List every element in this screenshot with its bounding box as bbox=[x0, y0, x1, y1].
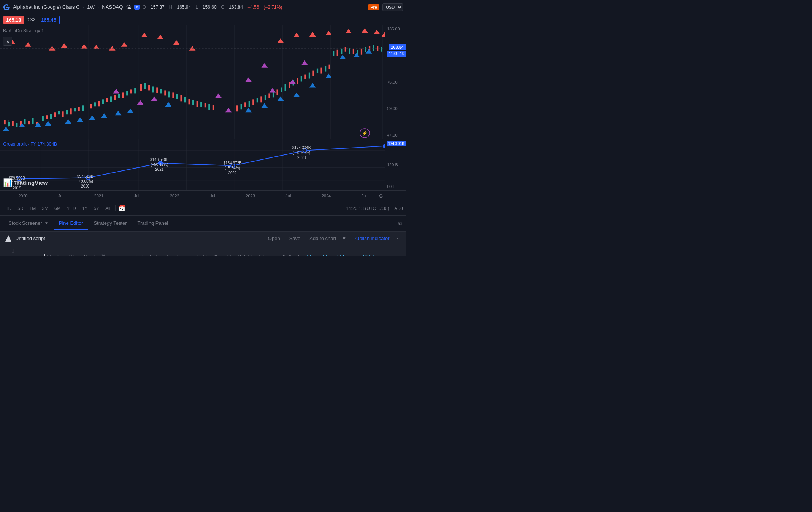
svg-rect-38 bbox=[98, 101, 100, 106]
time-jul4: Jul bbox=[285, 194, 291, 198]
y-label-59: 59.00 bbox=[387, 106, 404, 111]
pre-market-badge: Pre bbox=[368, 4, 379, 10]
tf-5d[interactable]: 5D bbox=[15, 205, 26, 212]
currency-select[interactable]: USD bbox=[382, 3, 403, 11]
svg-marker-129 bbox=[77, 117, 83, 122]
tab-pine-editor[interactable]: Pine Editor bbox=[54, 217, 89, 230]
exchange-label: NASDAQ bbox=[102, 4, 123, 10]
code-link-1[interactable]: https://mozilla.org/MPL/ bbox=[303, 254, 374, 256]
publish-indicator-button[interactable]: Publish indicator bbox=[353, 235, 389, 241]
price-blue: 165.45 bbox=[38, 16, 60, 24]
svg-marker-106 bbox=[49, 46, 56, 51]
svg-rect-83 bbox=[301, 76, 302, 82]
ticker-label: Alphabet Inc (Google) Class C bbox=[13, 4, 80, 10]
svg-marker-146 bbox=[225, 108, 232, 112]
svg-rect-102 bbox=[377, 46, 378, 51]
svg-rect-43 bbox=[118, 94, 120, 98]
crosshair-icon[interactable]: ⊕ bbox=[379, 193, 383, 199]
svg-rect-47 bbox=[134, 88, 136, 93]
collapse-button[interactable]: ∧ bbox=[3, 37, 12, 46]
tf-5y[interactable]: 5Y bbox=[91, 205, 102, 212]
svg-rect-46 bbox=[130, 89, 132, 93]
svg-marker-115 bbox=[189, 46, 196, 51]
svg-marker-114 bbox=[173, 40, 179, 45]
adj-button[interactable]: ADJ bbox=[394, 206, 403, 211]
tf-ytd[interactable]: YTD bbox=[64, 205, 79, 212]
svg-rect-67 bbox=[236, 105, 238, 111]
tf-1m[interactable]: 1M bbox=[27, 205, 39, 212]
more-options-button[interactable]: ··· bbox=[394, 235, 401, 242]
svg-marker-141 bbox=[339, 55, 346, 59]
panel-controls: — ⧉ bbox=[388, 219, 403, 227]
time-jul3: Jul bbox=[210, 194, 215, 198]
time-axis-labels: 2020 Jul 2021 Jul 2022 Jul 2023 Jul 2024… bbox=[3, 194, 382, 198]
strategy-tester-label: Strategy Tester bbox=[94, 220, 127, 226]
svg-rect-84 bbox=[304, 75, 306, 79]
tab-trading-panel[interactable]: Trading Panel bbox=[132, 217, 173, 230]
open-val: 157.37 bbox=[151, 5, 165, 10]
tf-6m[interactable]: 6M bbox=[52, 205, 63, 212]
svg-rect-73 bbox=[260, 96, 262, 102]
svg-rect-37 bbox=[94, 102, 96, 106]
time-2024: 2024 bbox=[322, 194, 331, 198]
tf-1d[interactable]: 1D bbox=[3, 205, 14, 212]
svg-rect-61 bbox=[192, 100, 194, 105]
svg-rect-103 bbox=[381, 47, 382, 52]
svg-rect-99 bbox=[365, 47, 366, 52]
svg-rect-21 bbox=[24, 119, 25, 124]
open-button[interactable]: Open bbox=[266, 234, 282, 242]
svg-marker-134 bbox=[165, 102, 171, 107]
svg-marker-111 bbox=[121, 42, 127, 47]
code-editor[interactable]: 1 // This Pine Script™ code is subject t… bbox=[0, 245, 406, 256]
svg-rect-23 bbox=[32, 118, 33, 124]
add-to-chart-button[interactable]: Add to chart bbox=[307, 234, 338, 242]
svg-rect-44 bbox=[122, 92, 124, 98]
tf-3m[interactable]: 3M bbox=[39, 205, 51, 212]
svg-rect-82 bbox=[297, 78, 298, 84]
save-button[interactable]: Save bbox=[287, 234, 303, 242]
low-val: 156.60 bbox=[203, 5, 217, 10]
svg-rect-95 bbox=[349, 48, 350, 54]
svg-rect-68 bbox=[241, 104, 242, 109]
expand-button[interactable]: ⧉ bbox=[398, 219, 403, 227]
svg-marker-152 bbox=[245, 78, 252, 82]
svg-rect-72 bbox=[257, 98, 258, 102]
svg-marker-145 bbox=[151, 96, 157, 101]
svg-rect-91 bbox=[333, 51, 334, 56]
trading-panel-label: Trading Panel bbox=[138, 220, 168, 226]
svg-rect-96 bbox=[353, 49, 354, 54]
svg-rect-31 bbox=[66, 110, 68, 114]
svg-marker-173 bbox=[5, 235, 11, 242]
svg-rect-92 bbox=[337, 50, 338, 56]
current-time-label: 11:09:46 bbox=[387, 51, 406, 57]
calendar-icon[interactable]: 📅 bbox=[118, 205, 125, 212]
minimize-button[interactable]: — bbox=[388, 220, 395, 227]
tf-1y[interactable]: 1Y bbox=[79, 205, 90, 212]
svg-marker-122 bbox=[374, 30, 380, 34]
svg-marker-153 bbox=[261, 63, 268, 68]
svg-rect-30 bbox=[62, 111, 63, 117]
svg-rect-63 bbox=[200, 102, 202, 107]
svg-marker-121 bbox=[362, 28, 368, 33]
svg-rect-87 bbox=[317, 69, 318, 73]
tf-all[interactable]: All bbox=[103, 205, 113, 212]
svg-rect-53 bbox=[160, 89, 162, 93]
code-line-1: 1 // This Pine Script™ code is subject t… bbox=[0, 248, 406, 256]
svg-rect-36 bbox=[90, 104, 92, 108]
svg-rect-28 bbox=[54, 112, 56, 117]
high-label: H bbox=[169, 5, 173, 10]
price-red: 165.13 bbox=[3, 16, 24, 24]
separator1: · bbox=[83, 4, 84, 10]
svg-rect-71 bbox=[252, 99, 254, 105]
add-to-chart-arrow[interactable]: ▼ bbox=[339, 234, 349, 242]
code-comment-1: // This Pine Script™ code is subject to … bbox=[45, 254, 303, 256]
time-jul2: Jul bbox=[134, 194, 140, 198]
tab-stock-screener[interactable]: Stock Screener ▼ bbox=[3, 217, 54, 230]
gross-profit-chart: Gross profit · FY 174.304B $89.506B (+15… bbox=[0, 139, 406, 191]
svg-rect-62 bbox=[197, 101, 198, 107]
separator2: · bbox=[98, 4, 99, 10]
gp-point-2020: $97.618B (+9.06%) 2020 bbox=[77, 174, 94, 189]
high-val: 165.94 bbox=[177, 5, 191, 10]
svg-marker-138 bbox=[293, 92, 300, 97]
tab-strategy-tester[interactable]: Strategy Tester bbox=[88, 217, 132, 230]
